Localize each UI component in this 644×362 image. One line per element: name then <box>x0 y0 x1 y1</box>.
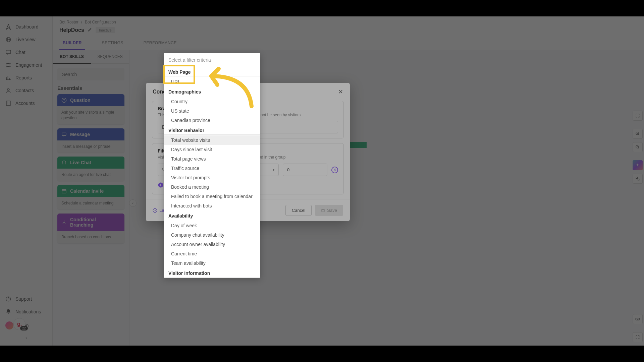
dropdown-group-header: Demographics <box>164 86 260 96</box>
plus-circle-icon <box>158 182 164 188</box>
svg-text:?: ? <box>154 209 156 212</box>
dropdown-item[interactable]: Failed to book a meeting from calendar <box>164 192 260 201</box>
remove-filter-button[interactable]: ✕ <box>331 167 338 173</box>
filter-value-input[interactable]: 0 <box>283 164 327 176</box>
filter-criteria-dropdown[interactable]: Select a filter criteria Web PageURLDemo… <box>164 53 260 278</box>
dropdown-item[interactable]: Visitor bot prompts <box>164 173 260 182</box>
help-icon: ? <box>153 208 157 213</box>
dropdown-item[interactable]: Account owner availability <box>164 240 260 249</box>
dropdown-item[interactable]: US state <box>164 106 260 116</box>
dropdown-item[interactable]: Interacted with bots <box>164 201 260 210</box>
dropdown-item[interactable]: Booked a meeting <box>164 182 260 192</box>
dropdown-item[interactable]: Total page views <box>164 154 260 164</box>
dropdown-group-header: Availability <box>164 210 260 220</box>
dropdown-item[interactable]: Canadian province <box>164 116 260 125</box>
dropdown-item[interactable]: Company chat availability <box>164 230 260 240</box>
dropdown-item[interactable]: Total website visits <box>164 135 260 145</box>
save-icon <box>321 208 325 213</box>
dropdown-group-header: Web Page <box>164 67 260 76</box>
dropdown-item[interactable]: Team availability <box>164 258 260 268</box>
chevron-down-icon: ▾ <box>273 168 274 172</box>
cancel-button[interactable]: Cancel <box>285 205 312 216</box>
modal-close-button[interactable]: ✕ <box>338 88 343 96</box>
dropdown-group-header: Visitor Information <box>164 268 260 278</box>
dropdown-group-header: Visitor Behavior <box>164 125 260 135</box>
dropdown-item[interactable]: Days since last visit <box>164 145 260 154</box>
dropdown-prompt: Select a filter criteria <box>164 53 260 67</box>
dropdown-item[interactable]: Day of week <box>164 221 260 230</box>
dropdown-item[interactable]: URL <box>164 77 260 86</box>
dropdown-item[interactable]: Current time <box>164 249 260 258</box>
filter-value: 0 <box>287 167 289 172</box>
dropdown-item[interactable]: Traffic source <box>164 164 260 173</box>
dropdown-item[interactable]: Country <box>164 97 260 106</box>
svg-rect-26 <box>322 209 324 212</box>
modal-save-button[interactable]: Save <box>315 205 343 216</box>
modal-save-label: Save <box>327 208 337 213</box>
